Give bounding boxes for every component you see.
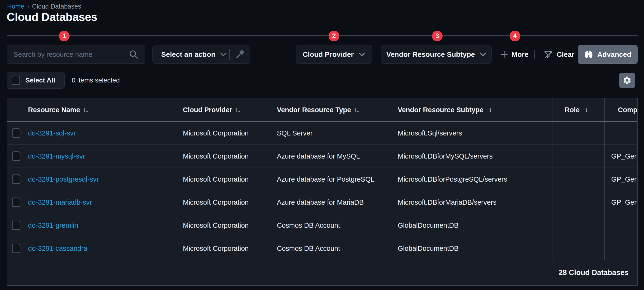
table-footer: 28 Cloud Databases bbox=[7, 260, 637, 285]
vendor-resource-type-cell: Azure database for MariaDB bbox=[270, 191, 391, 214]
sort-arrows-icon[interactable]: ↑↓ bbox=[486, 106, 491, 114]
column-header-resource-name[interactable]: Resource Name ↑↓ bbox=[7, 98, 176, 121]
items-selected-text: 0 items selected bbox=[72, 72, 120, 89]
cloud-provider-cell: Microsoft Corporation bbox=[176, 191, 270, 214]
vendor-resource-type-cell: Azure database for MySQL bbox=[270, 145, 391, 168]
plus-icon bbox=[500, 50, 508, 59]
clear-filter-icon bbox=[543, 50, 553, 60]
column-header-compute[interactable]: Comput bbox=[604, 98, 637, 121]
cloud-provider-dropdown-label: Cloud Provider bbox=[302, 50, 354, 59]
row-checkbox[interactable] bbox=[12, 221, 20, 230]
page-title: Cloud Databases bbox=[7, 11, 97, 24]
compute-cell bbox=[604, 237, 637, 260]
table-row: do-3291-cassandra Microsoft Corporation … bbox=[7, 237, 637, 260]
compute-cell: GP_Gen bbox=[604, 145, 637, 168]
table-row: do-3291-sql-svr Microsoft Corporation SQ… bbox=[7, 122, 637, 145]
row-checkbox[interactable] bbox=[12, 197, 20, 207]
chevron-down-icon bbox=[220, 53, 227, 56]
breadcrumb: Home › Cloud Databases bbox=[7, 3, 81, 10]
role-cell bbox=[553, 191, 604, 214]
column-header-vendor-resource-subtype[interactable]: Vendor Resource Subtype ↑↓ bbox=[391, 98, 553, 121]
table-row: do-3291-mysql-svr Microsoft Corporation … bbox=[7, 145, 637, 168]
table-header-row: Resource Name ↑↓ Cloud Provider ↑↓ Vendo… bbox=[7, 98, 637, 122]
chevron-down-icon bbox=[358, 53, 365, 56]
compute-cell bbox=[604, 214, 637, 237]
sort-arrows-icon[interactable]: ↑↓ bbox=[83, 106, 88, 114]
annotation-badge-4: 4 bbox=[510, 31, 520, 41]
clear-filters-button[interactable]: Clear bbox=[543, 45, 574, 64]
table-row: do-3291-gremlin Microsoft Corporation Co… bbox=[7, 214, 637, 237]
column-header-role[interactable]: Role ↑↓ bbox=[553, 98, 604, 121]
sort-arrows-icon[interactable]: ↑↓ bbox=[235, 106, 240, 114]
compute-cell bbox=[604, 122, 637, 145]
row-checkbox[interactable] bbox=[12, 174, 20, 184]
role-cell bbox=[553, 168, 604, 191]
more-filters-button[interactable]: More bbox=[500, 45, 528, 64]
toolbar-divider bbox=[534, 50, 535, 59]
role-cell bbox=[553, 122, 604, 145]
action-dropdown-label: Select an action bbox=[161, 50, 216, 59]
row-checkbox[interactable] bbox=[12, 244, 20, 253]
column-header-cloud-provider[interactable]: Cloud Provider ↑↓ bbox=[176, 98, 270, 121]
sort-arrows-icon[interactable]: ↑↓ bbox=[582, 106, 588, 114]
vendor-resource-type-cell: SQL Server bbox=[270, 122, 391, 145]
gavel-icon[interactable] bbox=[230, 49, 250, 60]
role-cell bbox=[553, 145, 604, 168]
sort-arrows-icon[interactable]: ↑↓ bbox=[354, 106, 359, 114]
search-box bbox=[7, 45, 145, 64]
resource-name-link[interactable]: do-3291-cassandra bbox=[28, 245, 88, 252]
resource-name-link[interactable]: do-3291-gremlin bbox=[28, 221, 78, 229]
breadcrumb-home-link[interactable]: Home bbox=[7, 3, 24, 10]
gear-icon bbox=[623, 76, 632, 85]
annotation-badge-3: 3 bbox=[432, 31, 443, 41]
title-divider bbox=[7, 35, 638, 36]
result-count: 28 Cloud Databases bbox=[558, 268, 628, 277]
search-input[interactable] bbox=[7, 45, 122, 64]
vendor-resource-subtype-cell: GlobalDocumentDB bbox=[391, 237, 553, 260]
binoculars-icon bbox=[584, 50, 594, 59]
search-icon[interactable] bbox=[122, 50, 145, 60]
vendor-resource-type-cell: Cosmos DB Account bbox=[270, 237, 391, 260]
select-all-checkbox[interactable] bbox=[12, 76, 20, 85]
select-all-button[interactable]: Select All bbox=[7, 72, 64, 89]
vendor-subtype-dropdown[interactable]: Vendor Resource Subtype bbox=[381, 45, 492, 64]
vendor-resource-subtype-cell: GlobalDocumentDB bbox=[391, 214, 553, 237]
role-cell bbox=[553, 214, 604, 237]
vendor-resource-subtype-cell: Microsoft.DBforMySQL/servers bbox=[391, 145, 553, 168]
resource-name-link[interactable]: do-3291-mysql-svr bbox=[28, 152, 85, 160]
annotation-badge-1: 1 bbox=[59, 31, 70, 41]
row-checkbox[interactable] bbox=[12, 151, 20, 161]
column-header-vendor-resource-type[interactable]: Vendor Resource Type ↑↓ bbox=[270, 98, 391, 121]
advanced-label: Advanced bbox=[597, 50, 631, 59]
cloud-databases-table: Resource Name ↑↓ Cloud Provider ↑↓ Vendo… bbox=[7, 98, 638, 286]
vendor-resource-subtype-cell: Microsoft.Sql/servers bbox=[391, 122, 553, 145]
vendor-resource-type-cell: Cosmos DB Account bbox=[270, 214, 391, 237]
clear-label: Clear bbox=[556, 50, 574, 59]
table-row: do-3291-postgresql-svr Microsoft Corpora… bbox=[7, 168, 637, 191]
action-dropdown[interactable]: Select an action bbox=[152, 45, 250, 64]
table-settings-button[interactable] bbox=[619, 73, 635, 88]
vendor-resource-type-cell: Azure database for PostgreSQL bbox=[270, 168, 391, 191]
compute-cell: GP_Gen bbox=[604, 168, 637, 191]
cloud-provider-cell: Microsoft Corporation bbox=[176, 168, 270, 191]
page: Home › Cloud Databases Cloud Databases 1… bbox=[0, 0, 644, 290]
cloud-provider-cell: Microsoft Corporation bbox=[176, 122, 270, 145]
resource-name-link[interactable]: do-3291-mariadb-svr bbox=[28, 198, 92, 206]
cloud-provider-dropdown[interactable]: Cloud Provider bbox=[296, 45, 372, 64]
vendor-resource-subtype-cell: Microsoft.DBforMariaDB/servers bbox=[391, 191, 553, 214]
vendor-resource-subtype-cell: Microsoft.DBforPostgreSQL/servers bbox=[391, 168, 553, 191]
resource-name-link[interactable]: do-3291-postgresql-svr bbox=[28, 175, 99, 183]
resource-name-link[interactable]: do-3291-sql-svr bbox=[28, 129, 76, 137]
breadcrumb-current: Cloud Databases bbox=[32, 3, 81, 10]
select-all-label: Select All bbox=[26, 77, 55, 84]
cloud-provider-cell: Microsoft Corporation bbox=[176, 237, 270, 260]
table-row: do-3291-mariadb-svr Microsoft Corporatio… bbox=[7, 191, 637, 214]
cloud-provider-cell: Microsoft Corporation bbox=[176, 145, 270, 168]
compute-cell: GP_Gen bbox=[604, 191, 637, 214]
cloud-provider-cell: Microsoft Corporation bbox=[176, 214, 270, 237]
vendor-subtype-dropdown-label: Vendor Resource Subtype bbox=[386, 50, 475, 59]
advanced-search-button[interactable]: Advanced bbox=[578, 45, 638, 64]
annotation-badge-2: 2 bbox=[329, 31, 339, 41]
row-checkbox[interactable] bbox=[12, 128, 20, 138]
breadcrumb-separator: › bbox=[27, 3, 29, 10]
